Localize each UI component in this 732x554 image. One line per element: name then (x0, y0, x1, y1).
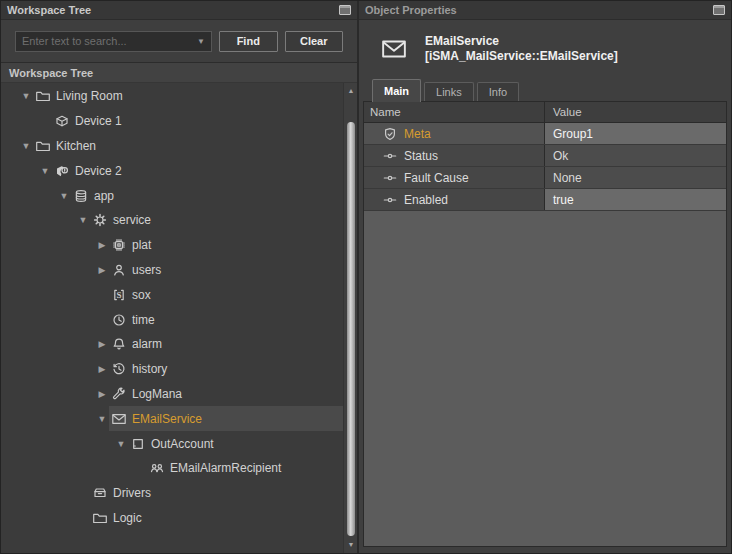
clear-button[interactable]: Clear (285, 31, 344, 52)
shield-check-icon (382, 126, 398, 142)
tree-item-drivers[interactable]: Drivers (1, 481, 343, 506)
property-value-field[interactable]: Group1 (545, 123, 726, 144)
sox-icon (111, 287, 127, 303)
property-grid: Name Value Meta Group1 Status Ok (363, 101, 727, 547)
scrollbar-thumb[interactable] (347, 122, 355, 536)
drawer-icon (92, 485, 108, 501)
folder-icon (35, 138, 51, 154)
tree-column-header: Workspace Tree (1, 62, 357, 83)
panel-restore-icon[interactable] (339, 5, 351, 15)
search-input[interactable] (22, 35, 193, 47)
expand-arrow-icon[interactable]: ▼ (114, 439, 128, 449)
column-header-value[interactable]: Value (545, 102, 726, 122)
object-properties-title: Object Properties (365, 4, 457, 16)
user-icon (111, 262, 127, 278)
tree-item-users[interactable]: ▶ users (1, 258, 343, 283)
expand-arrow-icon[interactable]: ▼ (95, 414, 109, 424)
expand-arrow-icon[interactable]: ▼ (19, 91, 33, 101)
workspace-tree-titlebar: Workspace Tree (1, 1, 357, 20)
collapse-arrow-icon[interactable]: ▶ (95, 240, 109, 250)
account-square-icon (130, 436, 146, 452)
tree-scrollbar[interactable]: ▲ ▼ (343, 83, 357, 553)
combo-dropdown-icon[interactable]: ▼ (193, 37, 209, 46)
scroll-down-icon[interactable]: ▼ (344, 539, 357, 551)
device-controller-icon (54, 163, 70, 179)
expand-arrow-icon[interactable]: ▼ (38, 166, 52, 176)
workspace-tree-panel: Workspace Tree ▼ Find Clear Workspace Tr… (1, 1, 359, 553)
chip-icon (111, 237, 127, 253)
property-row-enabled[interactable]: Enabled true (364, 189, 726, 211)
tree-item-emailalarmrecipient[interactable]: EMailAlarmRecipient (1, 456, 343, 481)
history-clock-icon (111, 361, 127, 377)
property-value: Ok (545, 145, 726, 166)
tree-item-device-2[interactable]: ▼ Device 2 (1, 158, 343, 183)
clock-icon (111, 312, 127, 328)
gear-icon (92, 212, 108, 228)
tree-item-device-1[interactable]: Device 1 (1, 109, 343, 134)
tab-main[interactable]: Main (372, 79, 421, 102)
tree-item-logic[interactable]: Logic (1, 506, 343, 531)
search-toolbar: ▼ Find Clear (1, 20, 357, 62)
tree-item-sox[interactable]: sox (1, 282, 343, 307)
scroll-up-icon[interactable]: ▲ (344, 85, 357, 97)
property-row-status[interactable]: Status Ok (364, 145, 726, 167)
tab-links[interactable]: Links (424, 82, 474, 101)
property-tabs: Main Links Info (359, 78, 731, 101)
expand-arrow-icon[interactable]: ▼ (57, 191, 71, 201)
wrench-icon (111, 386, 127, 402)
panel-restore-icon[interactable] (713, 5, 725, 15)
collapse-arrow-icon[interactable]: ▶ (95, 364, 109, 374)
property-grid-empty-area (364, 211, 726, 546)
property-name: Meta (404, 127, 431, 141)
property-name: Enabled (404, 193, 448, 207)
tree-item-kitchen[interactable]: ▼ Kitchen (1, 134, 343, 159)
tree-item-living-room[interactable]: ▼ Living Room (1, 84, 343, 109)
find-button[interactable]: Find (219, 31, 278, 52)
collapse-arrow-icon[interactable]: ▶ (95, 339, 109, 349)
property-value-field[interactable]: true (545, 189, 726, 210)
tree-viewport: ▼ Living Room Device 1 ▼ Kitchen ▼ (1, 83, 357, 553)
collapse-arrow-icon[interactable]: ▶ (95, 389, 109, 399)
people-icon (149, 460, 165, 476)
tree-item-app[interactable]: ▼ app (1, 183, 343, 208)
slot-icon (382, 192, 398, 208)
search-combobox[interactable]: ▼ (15, 31, 212, 52)
folder-icon (35, 88, 51, 104)
object-properties-titlebar: Object Properties (359, 1, 731, 20)
tree-item-time[interactable]: time (1, 307, 343, 332)
tree-item-outaccount[interactable]: ▼ OutAccount (1, 431, 343, 456)
tree-item-logmana[interactable]: ▶ LogMana (1, 382, 343, 407)
folder-icon (92, 510, 108, 526)
expand-arrow-icon[interactable]: ▼ (19, 141, 33, 151)
envelope-icon (376, 35, 412, 63)
tree-item-service[interactable]: ▼ service (1, 208, 343, 233)
property-row-meta[interactable]: Meta Group1 (364, 123, 726, 145)
device-box-icon (54, 113, 70, 129)
database-icon (73, 188, 89, 204)
property-grid-header: Name Value (364, 102, 726, 123)
object-name: EMailService (425, 34, 618, 49)
slot-icon (382, 148, 398, 164)
workspace-tree-title: Workspace Tree (7, 4, 91, 16)
property-name: Fault Cause (404, 171, 469, 185)
collapse-arrow-icon[interactable]: ▶ (95, 265, 109, 275)
expand-arrow-icon[interactable]: ▼ (76, 215, 90, 225)
tree-item-emailservice[interactable]: ▼ EMailService (1, 406, 343, 431)
object-properties-panel: Object Properties EMailService [iSMA_Mai… (359, 1, 731, 553)
tree-item-history[interactable]: ▶ history (1, 357, 343, 382)
column-header-name[interactable]: Name (364, 102, 545, 122)
slot-icon (382, 170, 398, 186)
property-name: Status (404, 149, 438, 163)
tree-item-plat[interactable]: ▶ plat (1, 233, 343, 258)
bell-icon (111, 336, 127, 352)
workspace-tree: ▼ Living Room Device 1 ▼ Kitchen ▼ (1, 84, 343, 530)
property-value: None (545, 167, 726, 188)
property-row-fault-cause[interactable]: Fault Cause None (364, 167, 726, 189)
envelope-icon (111, 411, 127, 427)
object-type: [iSMA_MailService::EMailService] (425, 49, 618, 64)
object-header: EMailService [iSMA_MailService::EMailSer… (359, 20, 731, 78)
tab-info[interactable]: Info (477, 82, 519, 101)
app-window: Workspace Tree ▼ Find Clear Workspace Tr… (0, 0, 732, 554)
tree-item-alarm[interactable]: ▶ alarm (1, 332, 343, 357)
